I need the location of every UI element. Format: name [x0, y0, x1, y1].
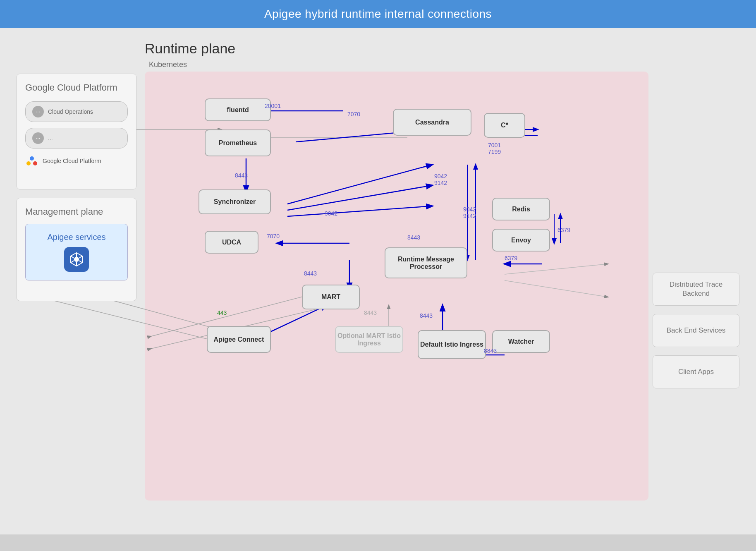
apigee-connect-node: Apigee Connect [207, 326, 271, 353]
cloud-operations-node: ··· Cloud Operations [25, 101, 128, 122]
port-7070-2: 7070 [267, 233, 280, 240]
apigee-services-box: Apigee services [25, 224, 128, 280]
main-content: Google Cloud Platform ··· Cloud Operatio… [0, 28, 756, 550]
left-panel: Google Cloud Platform ··· Cloud Operatio… [17, 41, 136, 538]
port-6379-1: 6379 [505, 255, 517, 261]
port-7070-top: 7070 [347, 111, 360, 117]
right-panel: Distributed Trace Backend Back End Servi… [648, 41, 739, 538]
client-apps-node: Client Apps [653, 355, 739, 388]
port-8843: 8843 [484, 347, 497, 354]
kubernetes-label: Kubernetes [149, 60, 187, 69]
page-header: Apigee hybrid runtime internal connectio… [0, 0, 756, 28]
port-6379-2: 6379 [557, 227, 570, 233]
udca-node: UDCA [205, 231, 258, 254]
envoy-node: Envoy [492, 229, 550, 252]
port-9042-3: 90429142 [463, 206, 476, 219]
cloud-ops-icon: ··· [32, 106, 44, 117]
dots-label: ... [48, 135, 53, 141]
runtime-mp-node: Runtime Message Processor [385, 247, 467, 278]
dots-node: ··· ... [25, 128, 128, 149]
default-istio-node: Default Istio Ingress [418, 330, 486, 359]
port-443: 443 [217, 309, 227, 316]
cloud-operations-label: Cloud Operations [48, 108, 93, 115]
svg-line-31 [505, 280, 608, 297]
svg-line-7 [71, 256, 74, 258]
prometheus-node: Prometheus [205, 129, 271, 156]
apigee-services-label: Apigee services [47, 232, 105, 242]
management-plane-box: Management plane Apigee services [17, 198, 136, 301]
svg-line-30 [505, 264, 608, 274]
port-8443-3: 8443 [407, 234, 420, 241]
gcp-logo-icon [25, 154, 38, 168]
gcp-platform-label: Google Cloud Platform [43, 158, 101, 164]
svg-point-1 [33, 161, 37, 165]
port-7001-7199: 70017199 [488, 142, 501, 155]
svg-point-2 [26, 161, 31, 165]
runtime-plane-title: Runtime plane [145, 41, 235, 57]
apigee-icon [64, 247, 89, 272]
svg-line-18 [287, 206, 432, 216]
header-title: Apigee hybrid runtime internal connectio… [264, 7, 492, 20]
watcher-node: Watcher [492, 330, 550, 353]
port-8443-1: 8443 [235, 172, 248, 179]
mart-node: MART [302, 285, 360, 309]
redis-node: Redis [492, 198, 550, 220]
gcp-title: Google Cloud Platform [25, 82, 128, 93]
port-8443-optional: 8443 [364, 309, 377, 316]
runtime-plane-container: Runtime plane Kubernetes [145, 41, 648, 538]
svg-line-9 [79, 256, 82, 258]
cassandra-node: Cassandra [393, 109, 471, 136]
svg-point-0 [30, 156, 34, 161]
c-star-node: C* [484, 113, 525, 138]
svg-line-10 [71, 261, 74, 263]
apigee-logo [68, 251, 85, 268]
port-9042-1: 9042 [325, 210, 337, 217]
svg-point-4 [74, 257, 79, 262]
port-8443-istio: 8443 [420, 312, 433, 319]
svg-line-8 [79, 261, 82, 263]
optional-mart-node: Optional MART Istio Ingress [335, 326, 403, 353]
back-end-services-node: Back End Services [653, 314, 739, 347]
gcp-box: Google Cloud Platform ··· Cloud Operatio… [17, 74, 136, 189]
mgmt-title: Management plane [25, 206, 128, 217]
port-9042-2: 90429142 [434, 173, 447, 186]
gcp-logo-row: Google Cloud Platform [25, 154, 128, 168]
dots-icon: ··· [32, 132, 44, 144]
synchronizer-node: Synchronizer [199, 189, 271, 214]
distributed-trace-node: Distributed Trace Backend [653, 273, 739, 306]
fluentd-node: fluentd [205, 98, 271, 121]
port-8443-2: 8443 [304, 270, 317, 277]
port-20001: 20001 [265, 103, 281, 109]
